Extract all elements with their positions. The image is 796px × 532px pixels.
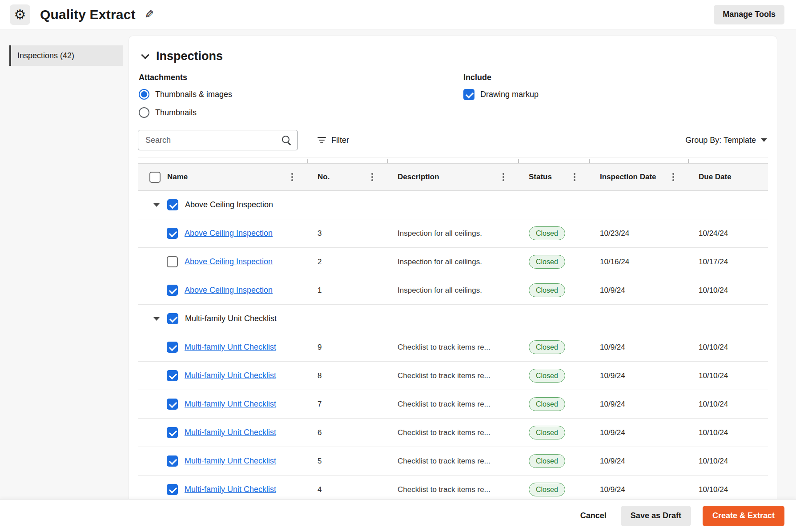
row-checkbox[interactable] bbox=[167, 228, 178, 239]
search-input[interactable] bbox=[145, 135, 281, 145]
pencil-icon: ✎ bbox=[145, 8, 154, 21]
table-header: Name No. Description Status bbox=[138, 163, 768, 191]
row-checkbox[interactable] bbox=[167, 285, 178, 296]
include-group: Include Drawing markup bbox=[463, 73, 539, 125]
attachments-label: Attachments bbox=[139, 73, 463, 82]
app-header: ⚙ Quality Extract ✎ Manage Tools bbox=[0, 0, 796, 29]
row-name-cell: Above Ceiling Inspection bbox=[138, 256, 307, 267]
table-body: Above Ceiling Inspection Above Ceiling I… bbox=[138, 191, 768, 499]
column-menu-icon[interactable] bbox=[501, 172, 506, 182]
row-name-cell: Above Ceiling Inspection bbox=[138, 228, 307, 239]
cell-description: Checklist to track items re... bbox=[387, 428, 518, 437]
column-resize-handle[interactable] bbox=[589, 159, 590, 163]
status-badge: Closed bbox=[529, 454, 565, 468]
column-menu-icon[interactable] bbox=[370, 172, 374, 182]
cell-no: 6 bbox=[307, 428, 387, 437]
search-box[interactable] bbox=[138, 130, 298, 150]
cell-description: Checklist to track items re... bbox=[387, 343, 518, 352]
status-badge: Closed bbox=[529, 255, 565, 269]
chevron-down-icon[interactable] bbox=[141, 51, 149, 59]
cell-inspection-date: 10/9/24 bbox=[589, 485, 688, 494]
column-menu-icon[interactable] bbox=[290, 172, 294, 182]
row-checkbox[interactable] bbox=[167, 370, 178, 381]
group-label: Multi-family Unit Checklist bbox=[185, 314, 277, 323]
save-as-draft-button[interactable]: Save as Draft bbox=[621, 506, 691, 526]
cell-inspection-date: 10/9/24 bbox=[589, 428, 688, 437]
caret-down-icon bbox=[761, 138, 767, 142]
cell-due-date: 10/10/24 bbox=[688, 485, 768, 494]
radio-thumbnails-images[interactable] bbox=[139, 89, 149, 100]
inspection-link[interactable]: Multi-family Unit Checklist bbox=[185, 343, 276, 352]
cancel-button[interactable]: Cancel bbox=[578, 506, 609, 526]
inspections-card: Inspections Attachments Thumbnails & ima… bbox=[129, 36, 777, 499]
inspection-link[interactable]: Multi-family Unit Checklist bbox=[185, 428, 276, 437]
checkbox-option-drawing-markup[interactable]: Drawing markup bbox=[463, 89, 539, 100]
cell-due-date: 10/10/24 bbox=[688, 428, 768, 437]
table-row: Multi-family Unit Checklist 4 Checklist … bbox=[138, 476, 768, 499]
sidebar-item-inspections[interactable]: Inspections (42) bbox=[9, 45, 123, 66]
column-resize-handle[interactable] bbox=[518, 159, 519, 163]
column-resize-handle[interactable] bbox=[307, 159, 308, 163]
cell-description: Inspection for all ceilings. bbox=[387, 258, 518, 266]
status-badge: Closed bbox=[529, 483, 565, 496]
cell-due-date: 10/10/24 bbox=[688, 457, 768, 466]
inspection-link[interactable]: Multi-family Unit Checklist bbox=[185, 456, 276, 466]
cell-no: 3 bbox=[307, 229, 387, 238]
table-row: Multi-family Unit Checklist 8 Checklist … bbox=[138, 362, 768, 390]
inspection-link[interactable]: Above Ceiling Inspection bbox=[185, 286, 273, 295]
inspections-table: Name No. Description Status bbox=[138, 163, 768, 499]
radio-option-thumbnails-images[interactable]: Thumbnails & images bbox=[139, 89, 463, 100]
cell-due-date: 10/10/24 bbox=[688, 400, 768, 409]
select-all-checkbox[interactable] bbox=[149, 172, 161, 183]
radio-option-thumbnails[interactable]: Thumbnails bbox=[139, 107, 463, 118]
table-toolbar: Filter Group By: Template bbox=[138, 130, 768, 150]
column-header-description: Description bbox=[387, 172, 518, 182]
row-checkbox[interactable] bbox=[167, 484, 178, 495]
create-extract-button[interactable]: Create & Extract bbox=[703, 506, 784, 526]
column-header-status: Status bbox=[518, 172, 589, 182]
row-name-cell: Multi-family Unit Checklist bbox=[138, 399, 307, 410]
column-menu-icon[interactable] bbox=[572, 172, 577, 182]
edit-title-button[interactable]: ✎ bbox=[143, 6, 156, 23]
group-collapse-icon[interactable] bbox=[153, 203, 160, 207]
cell-description: Checklist to track items re... bbox=[387, 485, 518, 494]
status-badge: Closed bbox=[529, 283, 565, 297]
cell-description: Checklist to track items re... bbox=[387, 457, 518, 466]
settings-gear-button[interactable]: ⚙ bbox=[10, 4, 30, 25]
include-label: Include bbox=[463, 73, 539, 82]
row-checkbox[interactable] bbox=[167, 399, 178, 410]
table-row: Above Ceiling Inspection 2 Inspection fo… bbox=[138, 248, 768, 276]
inspection-link[interactable]: Above Ceiling Inspection bbox=[185, 257, 273, 266]
inspection-link[interactable]: Multi-family Unit Checklist bbox=[185, 485, 276, 494]
inspection-link[interactable]: Above Ceiling Inspection bbox=[185, 229, 273, 238]
column-resize-handle[interactable] bbox=[688, 159, 689, 163]
group-by-dropdown[interactable]: Group By: Template bbox=[683, 135, 768, 145]
column-menu-icon[interactable] bbox=[671, 172, 675, 182]
table-row: Above Ceiling Inspection 3 Inspection fo… bbox=[138, 219, 768, 248]
row-checkbox[interactable] bbox=[167, 427, 178, 438]
group-collapse-icon[interactable] bbox=[153, 317, 160, 321]
filter-button[interactable]: Filter bbox=[315, 135, 352, 145]
group-label: Above Ceiling Inspection bbox=[185, 200, 273, 210]
manage-tools-button[interactable]: Manage Tools bbox=[714, 5, 784, 24]
cell-status: Closed bbox=[518, 397, 589, 411]
cell-no: 4 bbox=[307, 485, 387, 494]
row-checkbox[interactable] bbox=[167, 256, 178, 267]
inspection-link[interactable]: Multi-family Unit Checklist bbox=[185, 399, 276, 409]
column-resize-handle[interactable] bbox=[387, 159, 388, 163]
group-checkbox[interactable] bbox=[167, 199, 178, 210]
cell-status: Closed bbox=[518, 454, 589, 468]
cell-status: Closed bbox=[518, 483, 589, 496]
cell-inspection-date: 10/9/24 bbox=[589, 400, 688, 409]
inspection-link[interactable]: Multi-family Unit Checklist bbox=[185, 371, 276, 380]
radio-thumbnails[interactable] bbox=[139, 107, 149, 118]
row-checkbox[interactable] bbox=[167, 342, 178, 353]
row-checkbox[interactable] bbox=[167, 455, 178, 467]
row-name-cell: Multi-family Unit Checklist bbox=[138, 455, 307, 467]
cell-description: Inspection for all ceilings. bbox=[387, 229, 518, 238]
row-name-cell: Multi-family Unit Checklist bbox=[138, 370, 307, 381]
sidebar: Inspections (42) bbox=[0, 29, 127, 499]
group-checkbox[interactable] bbox=[167, 313, 178, 324]
cell-description: Checklist to track items re... bbox=[387, 371, 518, 380]
drawing-markup-checkbox[interactable] bbox=[463, 89, 474, 100]
